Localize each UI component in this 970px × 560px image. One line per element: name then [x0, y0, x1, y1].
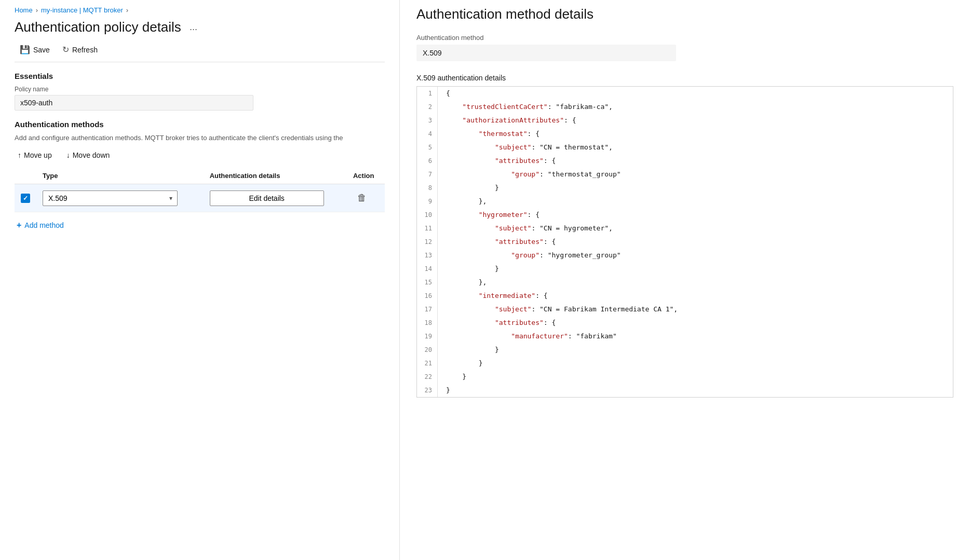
type-select-wrapper: X.509 ▾ — [43, 190, 178, 206]
breadcrumb-sep2: › — [126, 6, 128, 14]
edit-details-button[interactable]: Edit details — [210, 190, 324, 206]
code-line: 3 "authorizationAttributes": { — [417, 114, 953, 127]
save-button[interactable]: 💾 Save — [15, 42, 55, 58]
line-number: 21 — [417, 357, 438, 370]
auth-methods-section: Authentication methods Add and configure… — [15, 120, 385, 234]
type-select[interactable]: X.509 — [43, 190, 178, 206]
line-code: "subject": "CN = hygrometer", — [438, 222, 613, 235]
col-auth-details: Authentication details — [204, 168, 347, 184]
table-row: X.509 ▾ Edit details 🗑 — [15, 184, 385, 212]
plus-icon: + — [17, 221, 21, 230]
code-line: 2 "trustedClientCaCert": "fabrikam-ca", — [417, 100, 953, 114]
auth-method-label: Authentication method — [416, 34, 953, 42]
code-line: 18 "attributes": { — [417, 316, 953, 330]
essentials-section-title: Essentials — [15, 72, 385, 80]
code-line: 4 "thermostat": { — [417, 127, 953, 141]
right-panel: Authentication method details Authentica… — [400, 0, 970, 560]
code-line: 23} — [417, 384, 953, 397]
code-line: 1{ — [417, 87, 953, 100]
row-auth-details-cell: Edit details — [204, 184, 347, 212]
line-code: "attributes": { — [438, 235, 556, 249]
line-number: 11 — [417, 222, 438, 235]
methods-table: Type Authentication details Action X.509 — [15, 168, 385, 212]
line-code: "group": "thermostat_group" — [438, 168, 621, 181]
col-type: Type — [36, 168, 204, 184]
line-number: 22 — [417, 370, 438, 384]
col-checkbox — [15, 168, 36, 184]
code-line: 11 "subject": "CN = hygrometer", — [417, 222, 953, 235]
code-line: 16 "intermediate": { — [417, 289, 953, 303]
line-number: 15 — [417, 276, 438, 289]
line-number: 9 — [417, 195, 438, 208]
left-panel: Home › my-instance | MQTT broker › Authe… — [0, 0, 400, 560]
code-line: 15 }, — [417, 276, 953, 289]
line-code: "trustedClientCaCert": "fabrikam-ca", — [438, 100, 613, 114]
code-line: 20 } — [417, 343, 953, 357]
line-number: 17 — [417, 303, 438, 316]
line-code: "attributes": { — [438, 316, 556, 330]
code-line: 8 } — [417, 181, 953, 195]
line-number: 23 — [417, 384, 438, 397]
line-code: } — [438, 357, 482, 370]
move-up-button[interactable]: ↑ Move up — [15, 149, 55, 161]
move-down-button[interactable]: ↓ Move down — [63, 149, 113, 161]
code-line: 13 "group": "hygrometer_group" — [417, 249, 953, 262]
line-number: 2 — [417, 100, 438, 114]
move-toolbar: ↑ Move up ↓ Move down — [15, 149, 385, 161]
line-code: "thermostat": { — [438, 127, 540, 141]
page-title: Authentication policy details ... — [15, 19, 385, 35]
line-number: 12 — [417, 235, 438, 249]
line-code: } — [438, 370, 466, 384]
line-code: } — [438, 181, 499, 195]
line-code: "subject": "CN = Fabrikam Intermediate C… — [438, 303, 678, 316]
row-action-cell: 🗑 — [347, 184, 385, 212]
code-line: 6 "attributes": { — [417, 154, 953, 168]
line-number: 20 — [417, 343, 438, 357]
col-action: Action — [347, 168, 385, 184]
breadcrumb-instance[interactable]: my-instance | MQTT broker — [41, 6, 123, 14]
line-number: 14 — [417, 262, 438, 276]
refresh-icon: ↻ — [62, 45, 69, 54]
code-line: 5 "subject": "CN = thermostat", — [417, 141, 953, 154]
line-number: 4 — [417, 127, 438, 141]
breadcrumb: Home › my-instance | MQTT broker › — [15, 6, 385, 14]
line-number: 3 — [417, 114, 438, 127]
x509-section-title: X.509 authentication details — [416, 74, 953, 82]
delete-button[interactable]: 🗑 — [353, 189, 371, 207]
line-number: 18 — [417, 316, 438, 330]
breadcrumb-home[interactable]: Home — [15, 6, 33, 14]
save-icon: 💾 — [20, 45, 30, 54]
line-number: 6 — [417, 154, 438, 168]
line-number: 10 — [417, 208, 438, 222]
line-code: "hygrometer": { — [438, 208, 540, 222]
row-checkbox-cell[interactable] — [15, 184, 36, 212]
code-block: 1{2 "trustedClientCaCert": "fabrikam-ca"… — [416, 86, 953, 398]
line-code: } — [438, 384, 450, 397]
line-code: } — [438, 343, 499, 357]
add-method-button[interactable]: + Add method — [15, 216, 66, 234]
move-down-icon: ↓ — [66, 151, 70, 159]
code-line: 10 "hygrometer": { — [417, 208, 953, 222]
line-code: }, — [438, 276, 487, 289]
code-line: 17 "subject": "CN = Fabrikam Intermediat… — [417, 303, 953, 316]
line-number: 5 — [417, 141, 438, 154]
line-code: }, — [438, 195, 487, 208]
code-line: 7 "group": "thermostat_group" — [417, 168, 953, 181]
line-code: "attributes": { — [438, 154, 556, 168]
code-line: 22 } — [417, 370, 953, 384]
line-code: } — [438, 262, 499, 276]
policy-name-label: Policy name — [15, 86, 385, 93]
ellipsis-menu-button[interactable]: ... — [186, 21, 200, 34]
auth-method-value: X.509 — [416, 45, 676, 61]
policy-name-value: x509-auth — [15, 95, 253, 111]
line-code: "manufacturer": "fabrikam" — [438, 330, 617, 343]
auth-methods-title: Authentication methods — [15, 120, 385, 129]
code-line: 21 } — [417, 357, 953, 370]
line-code: { — [438, 87, 450, 100]
refresh-button[interactable]: ↻ Refresh — [57, 42, 103, 58]
row-checkbox[interactable] — [21, 194, 30, 203]
move-up-icon: ↑ — [18, 151, 21, 159]
line-number: 13 — [417, 249, 438, 262]
line-code: "intermediate": { — [438, 289, 548, 303]
line-code: "subject": "CN = thermostat", — [438, 141, 613, 154]
